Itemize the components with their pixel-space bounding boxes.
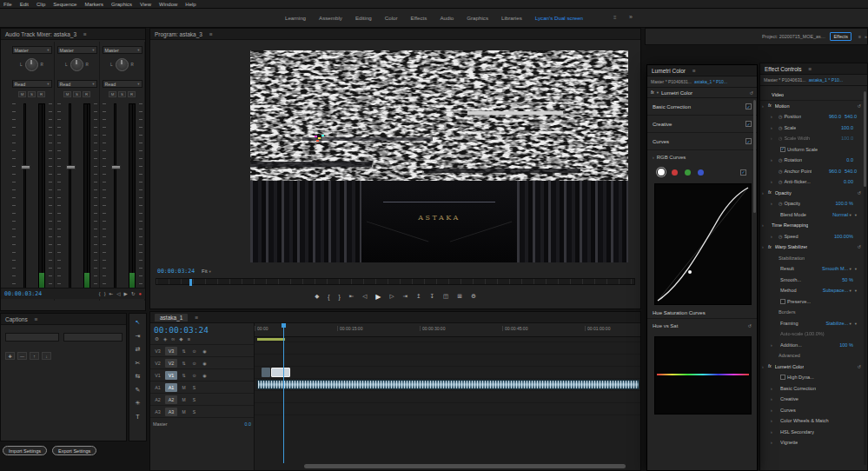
workspace-overflow-icon[interactable]: » [629,14,633,20]
snap-icon[interactable]: ◈ [163,336,167,342]
track-row-v1[interactable] [255,366,640,378]
menu-item[interactable]: View [140,2,151,7]
add-marker-icon[interactable]: ◆ [315,293,319,300]
effect-row-value[interactable]: Smooth M... [822,266,851,271]
twirl-icon[interactable]: › [771,396,775,401]
reset-icon[interactable]: ↺ [858,103,861,109]
section-checkbox[interactable]: ✓ [745,121,752,127]
checkbox[interactable] [780,375,785,380]
automation-mode-dropdown[interactable]: Read▾ [103,80,142,88]
timeline-timecode[interactable]: 00:00:03:24 [150,323,254,335]
twirl-icon[interactable]: › [771,136,775,141]
volume-fader[interactable] [23,103,26,289]
effect-row[interactable]: › fx Motion ↺ [760,101,863,112]
rgb-curve-editor[interactable] [654,183,752,305]
sync-lock-icon[interactable]: ⇅ [180,348,188,354]
effect-row-value2[interactable]: 540.0 [845,169,857,174]
effect-row[interactable]: › Vignette [760,437,863,448]
track-lock-icon[interactable]: ⊙ [190,373,198,378]
output-assign-dropdown[interactable]: Master▾ [103,46,142,54]
record-arm-button[interactable]: R [83,91,90,97]
effect-row[interactable]: Blend Mode Normal [760,209,863,221]
effect-row[interactable]: › ◷ Speed 100.00% [760,231,863,242]
program-playhead[interactable] [189,279,192,286]
stopwatch-icon[interactable]: ◷ [779,114,782,119]
effect-row-value[interactable]: 0.0 [846,157,853,163]
output-assign-dropdown[interactable]: Master▾ [12,46,52,54]
effect-row[interactable]: Method Subspace... [760,285,863,296]
source-clip-label[interactable]: astaka_1 * P10... [809,77,844,83]
video-track-header[interactable]: V2 V2 ⇅ ⊙ ◉ [150,356,254,368]
play-icon[interactable]: ▶ [124,291,128,296]
volume-fader[interactable] [114,103,116,289]
effect-row-value[interactable]: 0.00 [844,179,853,184]
reset-icon[interactable]: ↺ [750,90,753,96]
twirl-icon[interactable]: › [771,234,775,239]
volume-fader[interactable] [69,103,71,289]
effect-row[interactable]: › Color Wheels & Match [760,415,863,427]
effect-row-value2[interactable] [855,212,857,217]
effect-controls-scrollbar[interactable] [864,91,866,465]
export-frame-icon[interactable]: ◫ [443,293,448,300]
tab-effects[interactable]: Effects [830,32,851,41]
panel-menu-icon[interactable]: ≡ [209,31,213,37]
panel-menu-icon[interactable]: ≡ [809,66,812,72]
track-target-button[interactable]: A1 [165,383,177,392]
curves-checkbox[interactable]: ✓ [740,169,746,176]
workspace-tab[interactable]: Learning [285,15,306,21]
effect-row-value2[interactable] [855,288,857,293]
pan-knob[interactable] [116,58,129,71]
timeline-settings-icon[interactable]: ≡ [188,336,190,342]
go-to-out-icon[interactable]: ⇥ [403,293,408,300]
panel-menu-icon[interactable]: ≡ [35,316,38,322]
import-settings-button[interactable]: Import Settings [3,446,47,455]
tab-project[interactable]: Project: 20200715_MOE_astaka [762,34,826,39]
twirl-icon[interactable]: › [771,408,775,413]
twirl-icon[interactable]: › [762,244,766,249]
lumetri-section-header[interactable]: Creative ✓ [647,116,757,133]
source-master-label[interactable]: Master * P1040631... [651,79,692,84]
audio-clip[interactable] [257,380,639,389]
effect-row-value[interactable]: 960.0 [829,169,841,174]
step-back-icon[interactable]: ◁ [116,291,120,296]
chevron-down-icon[interactable]: ▾ [657,90,659,95]
effect-row-value[interactable]: 100 % [839,342,853,348]
add-marker-icon[interactable]: ◆ [179,336,182,342]
mute-button[interactable]: M [18,91,26,97]
reset-icon[interactable]: ↺ [748,323,752,328]
lumetri-section-header[interactable]: Curves ✓ [647,133,757,150]
panel-menu-icon[interactable]: ≡ [83,31,87,37]
effect-row[interactable]: › fx Warp Stabilizer ↺ [760,242,863,253]
menu-item[interactable]: Graphics [111,2,132,7]
stopwatch-icon[interactable]: ◷ [779,169,782,174]
hue-saturation-curves-header[interactable]: Hue Saturation Curves [647,307,757,319]
comparison-view-icon[interactable]: ⊞ [457,293,462,300]
workspace-menu-icon[interactable]: ≡ [613,15,617,20]
track-row-v2[interactable] [255,354,640,366]
loop-icon[interactable]: ↻ [131,291,136,296]
record-arm-button[interactable]: R [37,91,45,97]
lift-icon[interactable]: ↥ [416,293,421,300]
hand-tool[interactable]: ✳ [131,398,144,408]
effect-row[interactable]: › ◷ Opacity 100.0 % [760,198,863,209]
settings-icon[interactable]: ⚙ [471,293,476,300]
mute-button[interactable]: M [180,397,188,402]
effect-row[interactable]: High Dyna... [760,372,863,383]
effect-controls-title[interactable]: Effect Controls [765,66,802,72]
eye-icon[interactable]: ◉ [201,373,209,378]
mute-button[interactable]: M [180,385,188,390]
solo-button[interactable]: S [190,397,198,402]
add-caption-icon[interactable]: ✚ [5,352,15,360]
panel-overflow-icon[interactable]: » [865,34,867,39]
mute-button[interactable]: M [180,409,188,415]
workspace-tab[interactable]: Lycan's Dual screen [535,15,583,21]
effect-row[interactable]: › ◷ Scale 100.0 [760,123,863,134]
program-timecode[interactable]: 00:00:03:24 [157,268,195,275]
effect-row-value[interactable]: 50 % [842,277,853,282]
menu-item[interactable]: File [3,2,12,7]
linked-selection-icon[interactable]: ∞ [171,336,175,342]
menu-item[interactable]: Clip [36,2,45,7]
reset-icon[interactable]: ↺ [858,190,861,196]
mark-in-icon[interactable]: { [328,294,329,300]
workspace-tab[interactable]: Assembly [319,15,342,21]
